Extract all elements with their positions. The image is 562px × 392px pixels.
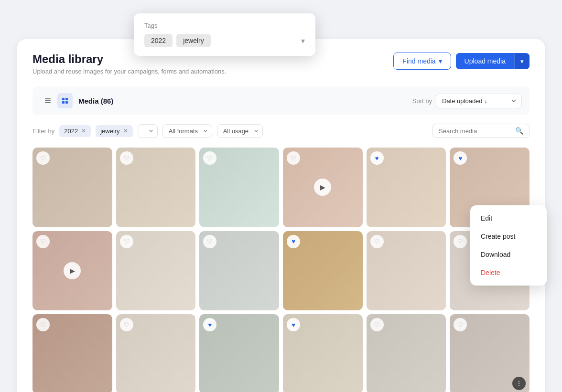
like-button-12[interactable]: ♡ xyxy=(454,235,467,248)
heart-outline-icon: ♡ xyxy=(40,321,46,328)
heart-outline-icon: ♡ xyxy=(374,321,380,328)
tags-popup-row: 2022 jewelry ▾ xyxy=(144,34,305,47)
like-button-15[interactable]: ♥ xyxy=(203,318,216,331)
page-title-section: Media library Upload and reuse images fo… xyxy=(32,53,226,75)
media-item-8[interactable]: ♡ xyxy=(116,231,196,311)
search-input[interactable] xyxy=(439,127,515,135)
media-item-7[interactable]: ♡ ▶ xyxy=(32,231,112,311)
filter-tag-2022-value: 2022 xyxy=(64,127,78,135)
like-button-6[interactable]: ♥ xyxy=(454,151,467,165)
filter-tag-jewelry-value: jewelry xyxy=(100,127,119,135)
heart-outline-icon: ♡ xyxy=(124,155,130,162)
like-button-2[interactable]: ♡ xyxy=(120,151,133,165)
heart-outline-icon: ♡ xyxy=(457,321,463,328)
context-menu-create-post[interactable]: Create post xyxy=(470,227,547,245)
like-button-11[interactable]: ♡ xyxy=(370,235,384,248)
sort-select[interactable]: Date uploaded ↓ Date uploaded ↑ Name A-Z… xyxy=(436,94,522,108)
header-actions: Find media ▾ Upload media ▾ xyxy=(393,53,530,70)
media-item-3[interactable]: ♡ xyxy=(199,148,279,227)
filter-tag-2022[interactable]: 2022 ✕ xyxy=(59,125,91,137)
like-button-1[interactable]: ♡ xyxy=(36,151,50,165)
like-button-14[interactable]: ♡ xyxy=(120,318,133,331)
tags-popup: Tags 2022 jewelry ▾ xyxy=(134,13,315,56)
like-button-16[interactable]: ♥ xyxy=(287,318,300,331)
media-item-4[interactable]: ♡ ▶ xyxy=(283,148,363,227)
media-item-17[interactable]: ♡ xyxy=(367,314,446,392)
list-view-button[interactable] xyxy=(40,93,55,108)
heart-outline-icon: ♡ xyxy=(40,238,46,245)
search-icon: 🔍 xyxy=(515,127,523,135)
upload-media-dropdown-icon[interactable]: ▾ xyxy=(514,53,530,69)
svg-rect-2 xyxy=(45,102,51,103)
usage-filter-dropdown[interactable]: All usage Used Unused xyxy=(217,124,263,138)
search-box: 🔍 xyxy=(432,124,530,138)
like-button-3[interactable]: ♡ xyxy=(203,151,216,165)
like-button-13[interactable]: ♡ xyxy=(36,318,50,331)
play-button-4[interactable]: ▶ xyxy=(314,179,331,196)
context-menu: Edit Create post Download Delete xyxy=(470,205,547,286)
media-item-1[interactable]: ♡ xyxy=(32,148,112,227)
upload-media-button[interactable]: Upload media ▾ xyxy=(456,53,530,69)
formats-filter-dropdown[interactable]: All formats Images Videos xyxy=(162,124,212,138)
sort-section: Sort by Date uploaded ↓ Date uploaded ↑ … xyxy=(412,94,522,108)
media-item-5[interactable]: ♥ xyxy=(367,148,446,227)
main-container: Media library Upload and reuse images fo… xyxy=(17,39,545,392)
media-item-2[interactable]: ♡ xyxy=(116,148,196,227)
find-media-button[interactable]: Find media ▾ xyxy=(393,53,451,70)
heart-filled-icon: ♥ xyxy=(292,321,295,328)
page-subtitle: Upload and reuse images for your campaig… xyxy=(32,68,226,75)
heart-filled-icon: ♥ xyxy=(208,321,212,328)
like-button-9[interactable]: ♡ xyxy=(203,235,216,248)
media-count: Media (86) xyxy=(78,97,407,105)
filter-tag-jewelry[interactable]: jewelry ✕ xyxy=(96,125,132,137)
media-item-13[interactable]: ♡ xyxy=(32,314,112,392)
page-header: Media library Upload and reuse images fo… xyxy=(32,53,530,75)
media-item-11[interactable]: ♡ xyxy=(367,231,446,311)
svg-rect-3 xyxy=(62,98,65,100)
heart-filled-icon: ♥ xyxy=(292,238,295,245)
like-button-8[interactable]: ♡ xyxy=(120,235,133,248)
view-toggle xyxy=(40,93,73,108)
tag-chip-jewelry[interactable]: jewelry xyxy=(176,34,211,47)
heart-outline-icon: ♡ xyxy=(40,155,46,162)
like-button-5[interactable]: ♥ xyxy=(370,151,384,165)
context-menu-download[interactable]: Download xyxy=(470,245,547,264)
context-menu-edit[interactable]: Edit xyxy=(470,209,547,227)
like-button-17[interactable]: ♡ xyxy=(370,318,384,331)
svg-rect-0 xyxy=(45,98,51,99)
heart-outline-icon: ♡ xyxy=(457,238,463,245)
svg-rect-4 xyxy=(65,98,68,100)
media-item-10[interactable]: ♥ xyxy=(283,231,363,311)
tags-popup-label: Tags xyxy=(144,22,305,29)
media-item-9[interactable]: ♡ xyxy=(199,231,279,311)
context-menu-delete[interactable]: Delete xyxy=(470,264,547,282)
grid-view-icon xyxy=(61,97,69,105)
svg-rect-1 xyxy=(45,100,51,101)
media-item-14[interactable]: ♡ xyxy=(116,314,196,392)
find-media-chevron-icon: ▾ xyxy=(439,57,442,65)
upload-media-main[interactable]: Upload media xyxy=(456,53,514,69)
play-button-7[interactable]: ▶ xyxy=(64,262,81,279)
more-button-18[interactable]: ⋮ xyxy=(512,377,526,390)
media-item-18[interactable]: ♡ ⋮ xyxy=(450,314,530,392)
heart-outline-icon: ♡ xyxy=(207,238,213,245)
svg-rect-6 xyxy=(65,101,68,104)
filter-tag-2022-remove[interactable]: ✕ xyxy=(81,127,86,134)
grid-view-button[interactable] xyxy=(57,93,73,108)
tag-chip-2022[interactable]: 2022 xyxy=(144,34,173,47)
svg-rect-5 xyxy=(62,101,65,104)
heart-outline-icon: ♡ xyxy=(374,238,380,245)
filter-tag-jewelry-remove[interactable]: ✕ xyxy=(123,127,128,134)
heart-outline-icon: ♡ xyxy=(207,155,213,162)
like-button-4[interactable]: ♡ xyxy=(287,151,300,165)
filter-bar: Filter by 2022 ✕ jewelry ✕ All formats I… xyxy=(32,124,530,138)
like-button-18[interactable]: ♡ xyxy=(454,318,467,331)
media-item-16[interactable]: ♥ xyxy=(283,314,363,392)
tags-chevron-icon[interactable]: ▾ xyxy=(301,36,305,45)
heart-outline-icon: ♡ xyxy=(291,155,296,162)
tags-filter-dropdown[interactable] xyxy=(138,124,158,138)
media-item-15[interactable]: ♥ xyxy=(199,314,279,392)
like-button-10[interactable]: ♥ xyxy=(287,235,300,248)
like-button-7[interactable]: ♡ xyxy=(36,235,50,248)
heart-outline-icon: ♡ xyxy=(124,321,130,328)
